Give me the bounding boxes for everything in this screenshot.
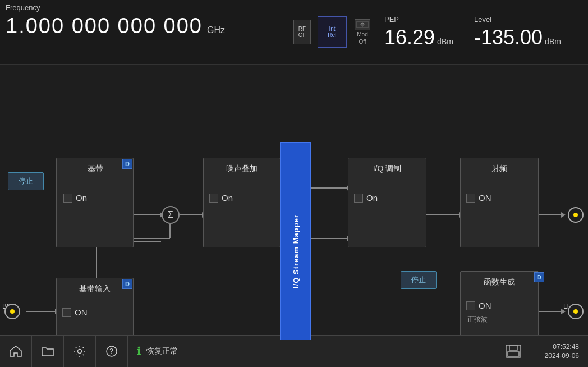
rf-off-badge[interactable]: RF Off <box>293 20 311 44</box>
rf-on-square <box>466 194 475 203</box>
frequency-section: Frequency 1.000 000 000 000 GHz <box>0 0 290 64</box>
bnc-dot-inner <box>10 309 15 314</box>
pep-value: 16.29 <box>384 26 435 49</box>
iq-stream-label: I/Q Stream Mapper <box>292 214 300 288</box>
mod-off-line1: Mod <box>357 31 368 38</box>
baseband-input-on-label: ON <box>75 308 88 317</box>
folder-button[interactable] <box>32 336 64 368</box>
func-gen-block[interactable]: 函数生成 ON 正弦波 <box>460 271 539 340</box>
baseband-input-on-status: ON <box>62 308 127 317</box>
lf-dot-inner <box>573 309 578 314</box>
svg-rect-29 <box>509 345 517 350</box>
status-message: 恢复正常 <box>146 346 178 356</box>
func-gen-on-square <box>466 301 475 310</box>
lf-dot[interactable] <box>568 304 584 319</box>
mod-icon <box>355 19 370 30</box>
func-gen-on-label: ON <box>479 301 491 310</box>
rf-on-label: ON <box>479 193 491 203</box>
baseband-input-title: 基带输入 <box>62 284 127 294</box>
sigma-circle: Σ <box>162 206 180 224</box>
noise-on-label: On <box>222 193 233 203</box>
baseband-on-label: On <box>76 193 87 203</box>
settings-button[interactable] <box>64 336 96 368</box>
date-display: 2024-09-06 <box>545 352 579 360</box>
level-unit: dBm <box>545 37 561 46</box>
rf-off-line2: Off <box>298 32 306 38</box>
time-display: 07:52:48 <box>553 343 579 351</box>
status-bar: ? ℹ 恢复正常 07:52:48 2024-09-06 <box>0 335 588 367</box>
baseband-block[interactable]: 基带 On <box>56 158 134 247</box>
noise-on-square <box>209 194 218 203</box>
info-icon: ℹ <box>137 345 141 357</box>
baseband-d-badge[interactable]: D <box>122 159 132 169</box>
int-ref-badge[interactable]: Int Ref <box>318 16 347 48</box>
int-ref-line1: Int <box>329 26 335 32</box>
home-button[interactable] <box>0 336 32 368</box>
iq-modulation-on-status: On <box>354 193 420 203</box>
baseband-on-square <box>63 194 72 203</box>
svg-text:?: ? <box>109 347 113 355</box>
rf-output-dot[interactable] <box>568 207 584 223</box>
mod-off-section[interactable]: Mod Off <box>355 19 370 45</box>
level-label: Level <box>474 15 579 24</box>
iq-modulation-on-square <box>354 194 363 203</box>
mod-off-line2: Off <box>359 39 366 45</box>
pep-section: PEP 16.29 dBm <box>375 0 465 64</box>
func-gen-d-badge[interactable]: D <box>534 272 544 282</box>
iq-modulation-title: I/Q 调制 <box>354 164 420 174</box>
frequency-label: Frequency <box>6 3 284 12</box>
rf-block-title: 射频 <box>466 164 532 174</box>
rf-on-status: ON <box>466 193 532 203</box>
baseband-on-status: On <box>63 193 127 203</box>
diagram-area: 停止 基带 On D 基带输入 ON D Σ 噪声叠加 On <box>0 65 588 340</box>
rf-off-line1: RF <box>298 26 306 32</box>
stop-button-2[interactable]: 停止 <box>401 271 437 289</box>
level-section: Level -135.00 dBm <box>465 0 588 64</box>
svg-marker-19 <box>561 212 566 218</box>
stop-button-1[interactable]: 停止 <box>8 172 44 190</box>
noise-block[interactable]: 噪声叠加 On <box>203 158 281 247</box>
time-date-section: 07:52:48 2024-09-06 <box>536 343 588 360</box>
svg-point-25 <box>78 350 82 354</box>
help-button[interactable]: ? <box>96 336 128 368</box>
top-bar: Frequency 1.000 000 000 000 GHz RF Off I… <box>0 0 588 65</box>
save-button[interactable] <box>491 336 536 368</box>
bnc-dot[interactable] <box>4 304 20 319</box>
noise-title: 噪声叠加 <box>209 164 274 174</box>
noise-on-status: On <box>209 193 274 203</box>
rf-dot-inner <box>573 213 578 217</box>
svg-point-1 <box>361 23 364 26</box>
func-gen-on-status: ON <box>466 301 532 310</box>
func-gen-wave-label: 正弦波 <box>466 315 532 324</box>
baseband-title: 基带 <box>63 164 127 174</box>
svg-rect-30 <box>508 352 519 356</box>
pep-unit: dBm <box>437 37 453 46</box>
iq-modulation-on-label: On <box>366 193 378 203</box>
baseband-input-d-badge[interactable]: D <box>122 279 132 289</box>
status-info: ℹ 恢复正常 <box>128 345 491 357</box>
level-value: -135.00 <box>474 26 543 49</box>
svg-rect-28 <box>506 345 521 357</box>
iq-modulation-block[interactable]: I/Q 调制 On <box>348 158 426 247</box>
frequency-value: 1.000 000 000 000 <box>6 14 203 38</box>
rf-block[interactable]: 射频 ON <box>460 158 539 247</box>
int-ref-line2: Ref <box>328 32 337 38</box>
baseband-input-on-square <box>62 308 71 317</box>
frequency-unit: GHz <box>207 25 225 35</box>
func-gen-title: 函数生成 <box>466 277 532 287</box>
pep-label: PEP <box>384 15 456 24</box>
iq-stream-bar[interactable]: I/Q Stream Mapper <box>280 142 311 340</box>
